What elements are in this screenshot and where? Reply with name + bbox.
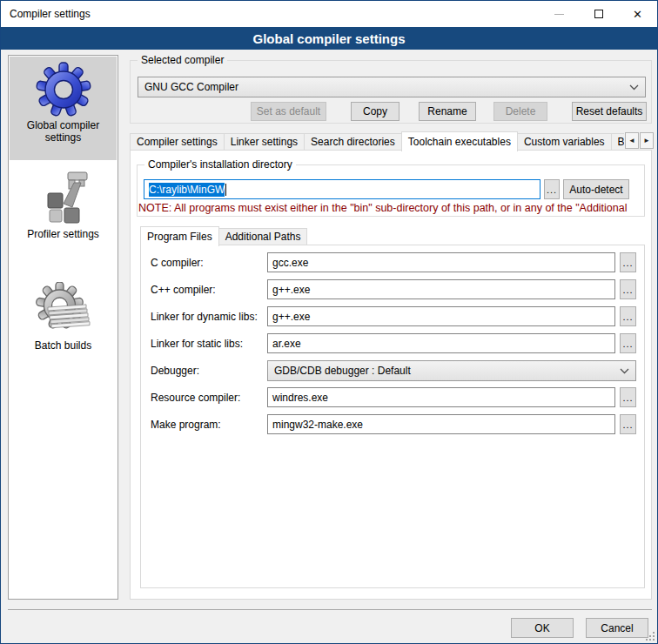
debugger-value: GDB/CDB debugger : Default — [274, 365, 411, 377]
copy-button[interactable]: Copy — [351, 102, 400, 121]
make-program-value: mingw32-make.exe — [272, 419, 363, 431]
subtab-label: Program Files — [147, 231, 212, 243]
installation-directory-input[interactable]: C:\raylib\MinGW — [144, 179, 540, 199]
sidebar-item-label: Batch builds — [10, 339, 117, 352]
rename-button[interactable]: Rename — [419, 102, 476, 121]
sidebar-item-label: Profiler settings — [10, 228, 117, 240]
installation-directory-value: C:\raylib\MinGW — [149, 183, 225, 197]
blue-gear-icon — [36, 62, 91, 117]
tab-label: Toolchain executables — [408, 136, 511, 148]
minimize-icon — [554, 14, 564, 15]
text-caret — [225, 184, 226, 196]
set-as-default-label: Set as default — [257, 105, 320, 117]
chevron-down-icon — [629, 84, 639, 91]
ellipsis-icon: ... — [622, 312, 633, 322]
dialog-banner-title: Global compiler settings — [252, 31, 405, 46]
ok-label: OK — [534, 622, 549, 634]
auto-detect-button[interactable]: Auto-detect — [563, 179, 629, 199]
sidebar-item-profiler-settings[interactable]: Profiler settings — [10, 165, 117, 252]
resource-compiler-value: windres.exe — [272, 392, 328, 404]
settings-category-list: Global compiler settings Profiler settin… — [8, 55, 118, 600]
subtab-program-files[interactable]: Program Files — [140, 226, 219, 246]
ellipsis-icon: ... — [622, 392, 633, 403]
make-program-browse-button[interactable]: ... — [620, 414, 636, 434]
selected-compiler-value: GNU GCC Compiler — [144, 81, 238, 93]
sidebar-item-global-compiler-settings[interactable]: Global compiler settings — [10, 57, 117, 160]
main-tabstrip: Compiler settings Linker settings Search… — [130, 131, 652, 151]
arrow-right-icon: ► — [643, 137, 650, 144]
cancel-label: Cancel — [601, 622, 633, 634]
tab-search-directories[interactable]: Search directories — [304, 133, 402, 151]
resize-grip-icon[interactable] — [646, 632, 655, 641]
linker-dynamic-browse-button[interactable]: ... — [620, 306, 636, 326]
cpp-compiler-browse-button[interactable]: ... — [620, 279, 636, 299]
debugger-label: Debugger: — [151, 365, 199, 377]
ellipsis-icon: ... — [547, 184, 557, 195]
make-program-input[interactable]: mingw32-make.exe — [267, 414, 615, 434]
linker-dynamic-value: g++.exe — [272, 311, 310, 323]
set-as-default-button: Set as default — [251, 102, 326, 121]
ellipsis-icon: ... — [622, 339, 633, 349]
ellipsis-icon: ... — [622, 285, 633, 295]
delete-button: Delete — [494, 102, 547, 121]
close-icon: ✕ — [633, 9, 642, 20]
cpp-compiler-label: C++ compiler: — [151, 284, 216, 296]
reset-defaults-label: Reset defaults — [576, 105, 643, 117]
tab-custom-variables[interactable]: Custom variables — [517, 133, 612, 151]
footer-separator — [8, 609, 652, 610]
close-button[interactable]: ✕ — [618, 1, 657, 27]
rename-label: Rename — [427, 105, 467, 117]
cancel-button[interactable]: Cancel — [586, 618, 648, 638]
installation-note: NOTE: All programs must exist either in … — [138, 202, 641, 215]
subtab-additional-paths[interactable]: Additional Paths — [218, 228, 308, 245]
resource-compiler-browse-button[interactable]: ... — [620, 387, 636, 407]
tab-linker-settings[interactable]: Linker settings — [224, 133, 305, 151]
maximize-icon — [594, 10, 603, 18]
linker-static-input[interactable]: ar.exe — [267, 333, 615, 353]
tab-compiler-settings[interactable]: Compiler settings — [130, 133, 225, 151]
compiler-settings-window: Compiler settings ✕ Global compiler sett… — [0, 0, 658, 644]
ellipsis-icon: ... — [622, 258, 633, 268]
copy-label: Copy — [363, 105, 387, 117]
selected-compiler-dropdown[interactable]: GNU GCC Compiler — [138, 77, 646, 97]
c-compiler-input[interactable]: gcc.exe — [267, 252, 615, 272]
tab-label: Custom variables — [524, 136, 605, 148]
delete-label: Delete — [506, 105, 536, 117]
selected-compiler-group-label: Selected compiler — [138, 54, 227, 66]
debugger-dropdown[interactable]: GDB/CDB debugger : Default — [267, 360, 636, 381]
ok-button[interactable]: OK — [511, 618, 574, 638]
tab-scroll-right-button[interactable]: ► — [640, 132, 654, 149]
c-compiler-label: C compiler: — [151, 257, 204, 269]
reset-defaults-button[interactable]: Reset defaults — [572, 102, 647, 121]
tab-toolchain-executables[interactable]: Toolchain executables — [401, 131, 518, 151]
window-title: Compiler settings — [10, 8, 91, 20]
maximize-button[interactable] — [579, 1, 618, 27]
titlebar: Compiler settings ✕ — [1, 1, 657, 27]
sidebar-item-batch-builds[interactable]: Batch builds — [10, 277, 117, 364]
tab-scroll-arrows: ◄ ► — [624, 132, 654, 150]
linker-dynamic-input[interactable]: g++.exe — [267, 306, 615, 326]
ellipsis-icon: ... — [622, 419, 633, 430]
tab-scroll-left-button[interactable]: ◄ — [625, 132, 639, 149]
chevron-down-icon — [620, 368, 629, 374]
gray-gear-stack-icon — [36, 282, 91, 338]
auto-detect-label: Auto-detect — [569, 184, 622, 196]
tab-label: Linker settings — [231, 136, 298, 148]
installation-directory-browse-button[interactable]: ... — [544, 179, 560, 199]
caliper-blocks-icon — [36, 171, 91, 226]
make-program-label: Make program: — [151, 419, 221, 431]
linker-static-browse-button[interactable]: ... — [620, 333, 636, 353]
c-compiler-browse-button[interactable]: ... — [620, 252, 636, 272]
arrow-left-icon: ◄ — [628, 137, 635, 144]
resource-compiler-input[interactable]: windres.exe — [267, 387, 615, 407]
programs-tabstrip: Program Files Additional Paths — [140, 225, 488, 245]
linker-static-value: ar.exe — [272, 338, 301, 350]
subtab-label: Additional Paths — [225, 231, 301, 243]
linker-static-label: Linker for static libs: — [151, 338, 243, 350]
sidebar-item-label: Global compiler settings — [10, 119, 117, 144]
cpp-compiler-value: g++.exe — [272, 284, 310, 296]
minimize-button[interactable] — [540, 1, 579, 27]
tab-label: Compiler settings — [137, 136, 218, 148]
cpp-compiler-input[interactable]: g++.exe — [267, 279, 615, 299]
dialog-banner: Global compiler settings — [1, 27, 657, 50]
